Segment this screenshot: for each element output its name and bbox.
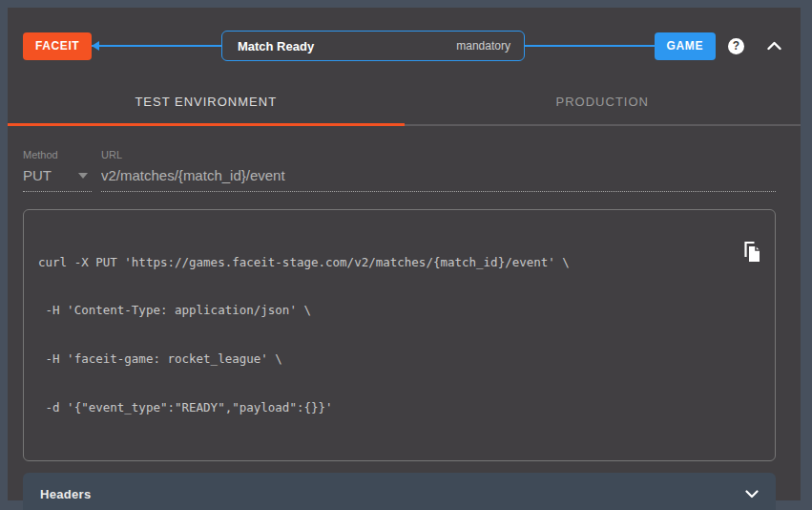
event-title: Match Ready <box>238 39 314 53</box>
tab-production[interactable]: PRODUCTION <box>405 83 802 126</box>
url-input[interactable] <box>101 167 776 183</box>
event-flow-row: FACEIT Match Ready mandatory GAME ? <box>23 32 787 60</box>
curl-line: -d '{"event_type":"READY","payload":{}}' <box>38 400 733 416</box>
collapse-panel-button[interactable] <box>767 41 781 51</box>
section-label: Headers <box>40 487 91 501</box>
tab-test-environment[interactable]: TEST ENVIRONMENT <box>8 83 405 126</box>
flow-connector-left <box>92 45 221 47</box>
curl-line: curl -X PUT 'https://games.faceit-stage.… <box>38 255 733 271</box>
method-value: PUT <box>23 167 52 183</box>
section-headers[interactable]: Headers <box>23 473 776 510</box>
url-field: URL <box>101 149 776 192</box>
active-tab-indicator <box>8 123 405 126</box>
curl-preview-block: curl -X PUT 'https://games.faceit-stage.… <box>23 209 776 461</box>
curl-line: -H 'faceit-game: rocket_league' \ <box>38 351 733 368</box>
method-select[interactable]: PUT <box>23 160 92 192</box>
flow-connector-right <box>525 45 655 47</box>
url-label: URL <box>101 149 776 160</box>
curl-line: -H 'Content-Type: application/json' \ <box>38 303 733 319</box>
method-field: Method PUT <box>23 149 92 192</box>
copy-curl-button[interactable] <box>739 239 763 267</box>
question-mark-glyph: ? <box>733 40 739 52</box>
event-node-box: Match Ready mandatory <box>221 31 525 61</box>
environment-tabs: TEST ENVIRONMENT PRODUCTION <box>8 83 801 126</box>
event-mandatory-badge: mandatory <box>456 39 510 53</box>
arrow-left-icon <box>92 41 99 51</box>
chevron-up-icon <box>767 41 781 51</box>
request-config-row: Method PUT URL <box>23 149 776 192</box>
help-icon[interactable]: ? <box>728 38 744 54</box>
faceit-endpoint-button[interactable]: FACEIT <box>23 32 92 60</box>
dropdown-caret-icon <box>78 173 88 179</box>
method-label: Method <box>23 149 92 160</box>
curl-command-text: curl -X PUT 'https://games.faceit-stage.… <box>38 223 733 448</box>
copy-icon <box>741 241 761 263</box>
integration-event-card: FACEIT Match Ready mandatory GAME ? TEST… <box>8 8 801 500</box>
settings-accordion: Headers Request Body Template Request Tr… <box>23 473 776 510</box>
chevron-down-icon <box>745 490 759 499</box>
game-endpoint-button[interactable]: GAME <box>655 32 716 60</box>
